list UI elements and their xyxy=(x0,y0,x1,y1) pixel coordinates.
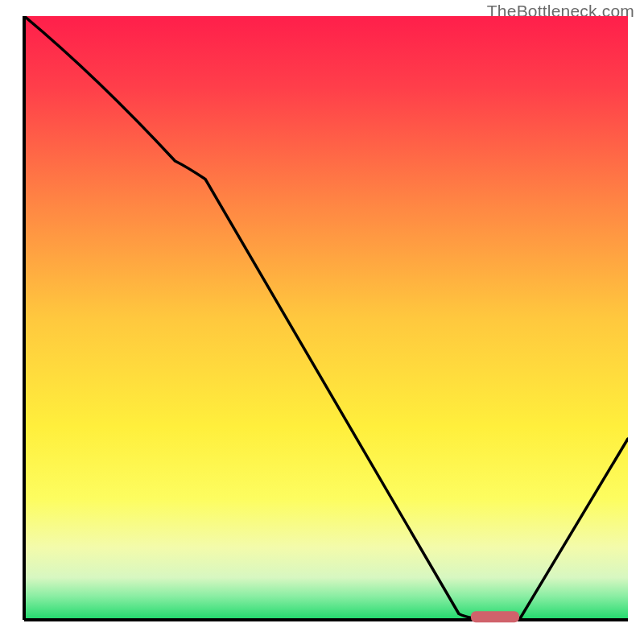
chart-background xyxy=(24,16,628,620)
chart-svg xyxy=(16,16,628,628)
optimal-range-marker xyxy=(471,611,519,622)
chart-frame xyxy=(16,16,628,628)
